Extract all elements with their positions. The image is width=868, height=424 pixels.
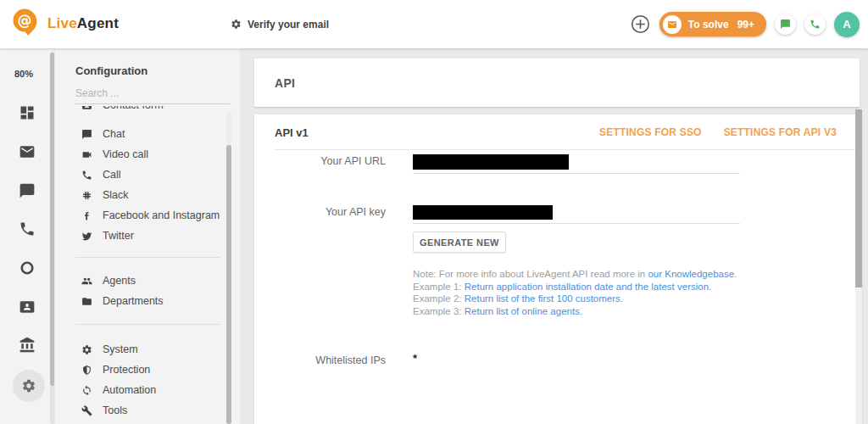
phone-icon: [81, 170, 92, 181]
plus-circle-icon: [631, 14, 650, 34]
configuration-sidebar: Configuration Contact form Chat Video ca…: [54, 48, 240, 424]
liveagent-logo[interactable]: @ LiveAgent: [11, 5, 119, 42]
note-line: Note: For more info about LiveAgent API …: [413, 268, 737, 281]
chat-bubble-icon: [780, 19, 791, 30]
people-icon: [81, 276, 92, 287]
add-button[interactable]: [630, 14, 651, 35]
config-scrollbar-thumb[interactable]: [226, 145, 231, 424]
shield-icon: [81, 365, 92, 376]
status-ring-icon[interactable]: [19, 259, 36, 276]
sync-icon: [81, 385, 92, 396]
knowledgebase-link[interactable]: our Knowledgebase: [648, 269, 734, 279]
note-line: Example 3: Return list of online agents.: [413, 305, 737, 318]
liveagent-bubble-icon: @: [11, 7, 42, 41]
search-underline: [75, 103, 230, 104]
twitter-icon: [81, 231, 92, 242]
api-settings-card: API v1 SETTINGS FOR SSO SETTINGS FOR API…: [254, 114, 862, 424]
folder-icon: [81, 296, 92, 307]
app-header: @ LiveAgent Verify your email To solve 9…: [0, 0, 868, 48]
generate-new-button[interactable]: GENERATE NEW: [413, 232, 506, 253]
verify-email-button[interactable]: Verify your email: [231, 0, 329, 48]
calls-button[interactable]: [804, 14, 826, 35]
section-title: API v1: [275, 126, 599, 139]
contact-card-icon[interactable]: [19, 298, 36, 315]
sidebar-item-slack[interactable]: Slack: [55, 185, 231, 205]
gear-icon: [21, 378, 36, 393]
page-title-card: API: [254, 59, 860, 107]
api-url-label: Your API URL: [275, 155, 386, 167]
sidebar-item-tools[interactable]: Tools: [55, 400, 231, 421]
api-key-label: Your API key: [275, 206, 386, 218]
api-notes: Note: For more info about LiveAgent API …: [413, 268, 737, 317]
sidebar-item-facebook-instagram[interactable]: Facebook and Instagram: [55, 205, 231, 226]
note-line: Example 2: Return list of the first 100 …: [413, 293, 737, 305]
example-2-link[interactable]: Return list of the first 100 customers.: [465, 293, 623, 304]
envelope-badge: [663, 15, 682, 34]
api-url-input-underline[interactable]: [413, 173, 740, 174]
mail-icon[interactable]: [19, 143, 36, 160]
facebook-icon: [81, 210, 92, 221]
configuration-title: Configuration: [75, 64, 147, 77]
settings-for-api-v3-link[interactable]: SETTINGS FOR API V3: [724, 126, 837, 138]
list-divider: [75, 257, 220, 258]
sidebar-item-agents[interactable]: Agents: [55, 271, 231, 291]
sidebar-item-chat[interactable]: Chat: [55, 124, 231, 144]
dashboard-icon[interactable]: [19, 104, 36, 121]
configuration-list: Contact form Chat Video call Call Slack: [55, 106, 231, 421]
zoom-level[interactable]: 80%: [0, 69, 47, 79]
settings-nav-selected[interactable]: [13, 370, 45, 402]
envelope-icon: [667, 20, 677, 30]
chat-bubble-icon[interactable]: [19, 182, 36, 199]
whitelisted-ips-value[interactable]: *: [413, 352, 417, 365]
main-content: API API v1 SETTINGS FOR SSO SETTINGS FOR…: [240, 48, 868, 424]
section-divider: [275, 149, 855, 150]
assignment-icon: [81, 106, 92, 111]
api-url-value-redacted: [413, 154, 569, 170]
page-title: API: [275, 76, 295, 90]
phone-icon[interactable]: [19, 220, 36, 237]
to-solve-button[interactable]: To solve 99+: [659, 12, 766, 36]
api-key-input-underline[interactable]: [413, 223, 740, 224]
note-line: Example 1: Return application installati…: [413, 281, 737, 293]
example-3-link[interactable]: Return list of online agents.: [465, 306, 582, 316]
sidebar-item-protection[interactable]: Protection: [55, 360, 231, 380]
search-input[interactable]: [75, 83, 225, 103]
svg-text:@: @: [18, 12, 32, 29]
chats-button[interactable]: [775, 14, 796, 35]
example-1-link[interactable]: Return application installation date and…: [465, 282, 712, 292]
brand-text: LiveAgent: [47, 15, 119, 32]
sidebar-item-automation[interactable]: Automation: [55, 380, 231, 400]
chat-bubble-icon: [81, 129, 92, 140]
list-divider: [75, 324, 220, 325]
gear-icon: [81, 344, 92, 355]
user-avatar[interactable]: A: [834, 12, 860, 37]
videocam-icon: [81, 149, 92, 160]
phone-icon: [810, 19, 821, 30]
bank-icon[interactable]: [19, 337, 36, 354]
settings-for-sso-link[interactable]: SETTINGS FOR SSO: [599, 126, 702, 138]
gear-icon: [231, 19, 242, 30]
sidebar-item-call[interactable]: Call: [55, 165, 231, 185]
sidebar-item-system[interactable]: System: [55, 339, 231, 360]
main-scrollbar-thumb[interactable]: [855, 109, 862, 287]
icon-sidebar: 80%: [0, 48, 54, 424]
sidebar-item-twitter[interactable]: Twitter: [55, 226, 231, 246]
verify-email-label: Verify your email: [248, 19, 329, 31]
sidebar-item-departments[interactable]: Departments: [55, 291, 231, 311]
to-solve-count: 99+: [737, 19, 754, 31]
whitelisted-ips-label: Whitelisted IPs: [275, 354, 386, 366]
api-key-value-redacted: [413, 205, 553, 220]
to-solve-label: To solve: [688, 19, 729, 31]
wrench-icon: [81, 405, 92, 416]
slack-icon: [81, 190, 92, 201]
sidebar-item-video-call[interactable]: Video call: [55, 144, 231, 165]
list-item-contact-form-clipped[interactable]: Contact form: [55, 106, 231, 124]
